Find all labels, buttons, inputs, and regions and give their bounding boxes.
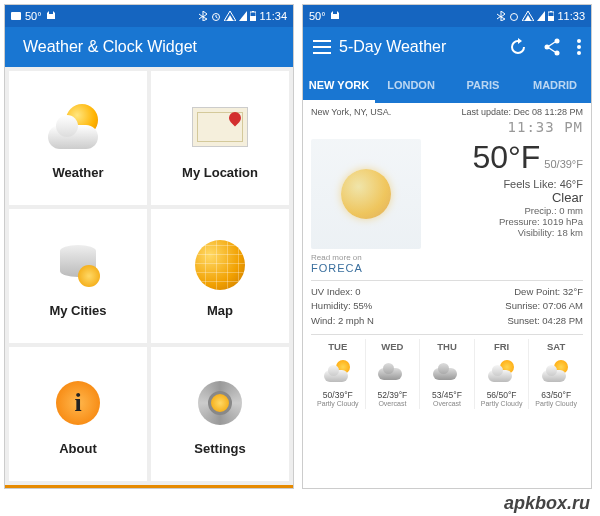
tile-label: My Cities — [49, 303, 106, 318]
tile-label: Settings — [194, 441, 245, 456]
alarm-icon — [211, 11, 221, 21]
screen-main-menu: 50° 11:34 Weather & Clock Widget Weather… — [4, 4, 294, 489]
svg-point-14 — [555, 51, 560, 56]
svg-rect-0 — [11, 12, 21, 20]
svg-point-16 — [577, 45, 581, 49]
world-map-bg — [311, 139, 421, 249]
svg-point-15 — [577, 39, 581, 43]
svg-point-5 — [511, 14, 518, 21]
cloudy-icon — [433, 362, 461, 380]
svg-point-17 — [577, 51, 581, 55]
tile-my-location[interactable]: My Location — [151, 71, 289, 205]
svg-rect-7 — [548, 16, 554, 21]
screen-5day-weather: 50° 11:33 5-Day Weather NEW YORK LONDON … — [302, 4, 592, 489]
svg-rect-3 — [250, 16, 256, 21]
tile-weather[interactable]: Weather — [9, 71, 147, 205]
wifi-icon — [224, 11, 236, 21]
globe-icon — [195, 240, 245, 290]
partly-cloudy-icon — [542, 360, 570, 382]
tab-newyork[interactable]: NEW YORK — [303, 67, 375, 103]
app-title: 5-Day Weather — [339, 38, 509, 56]
tab-london[interactable]: LONDON — [375, 67, 447, 103]
menu-icon[interactable] — [313, 40, 331, 54]
overflow-icon[interactable] — [577, 39, 581, 55]
forecast-day[interactable]: WED 52/39°F Overcast — [366, 339, 421, 409]
uv-index: UV Index: 0 — [311, 285, 374, 299]
details: UV Index: 0 Humidity: 55% Wind: 2 mph N … — [311, 280, 583, 328]
app-bar: 5-Day Weather — [303, 27, 591, 67]
signal-icon — [537, 11, 545, 21]
wind: Wind: 2 mph N — [311, 314, 374, 328]
bluetooth-icon — [199, 11, 208, 21]
sun-icon — [341, 169, 391, 219]
precip: Precip.: 0 mm — [425, 205, 583, 216]
digital-clock: 11:33 PM — [311, 119, 583, 135]
tile-settings[interactable]: Settings — [151, 347, 289, 481]
tile-label: My Location — [182, 165, 258, 180]
tab-madrid[interactable]: MADRID — [519, 67, 591, 103]
partly-cloudy-icon — [488, 360, 516, 382]
wifi-icon — [522, 11, 534, 21]
svg-rect-9 — [313, 40, 331, 42]
alarm-icon — [509, 11, 519, 21]
svg-rect-8 — [550, 11, 552, 12]
signal-icon — [239, 11, 247, 21]
cloudy-icon — [378, 362, 406, 380]
photo-icon — [11, 11, 21, 21]
cat-icon — [46, 11, 56, 21]
tile-label: Map — [207, 303, 233, 318]
watermark: apkbox.ru — [504, 493, 590, 514]
partly-cloudy-icon — [324, 360, 352, 382]
weather-icon — [48, 104, 108, 149]
humidity: Humidity: 55% — [311, 299, 374, 313]
forecast-day[interactable]: SAT 63/50°F Partly Cloudy — [529, 339, 583, 409]
hilo-temp: 50/39°F — [544, 158, 583, 170]
battery-icon — [250, 11, 256, 21]
cat-icon — [330, 11, 340, 21]
status-bar: 50° 11:34 — [5, 5, 293, 27]
feels-like: Feels Like: 46°F — [425, 178, 583, 190]
tile-about[interactable]: i About — [9, 347, 147, 481]
tile-my-cities[interactable]: My Cities — [9, 209, 147, 343]
refresh-icon[interactable] — [509, 38, 527, 56]
forecast-day[interactable]: THU 53/45°F Overcast — [420, 339, 475, 409]
current-temp: 50°F — [472, 139, 540, 175]
tab-paris[interactable]: PARIS — [447, 67, 519, 103]
pressure: Pressure: 1019 hPa — [425, 216, 583, 227]
sunrise: Sunrise: 07:06 AM — [505, 299, 583, 313]
menu-grid: Weather My Location My Cities Map i Abou… — [5, 67, 293, 485]
svg-point-13 — [545, 45, 550, 50]
status-bar: 50° 11:33 — [303, 5, 591, 27]
condition: Clear — [425, 190, 583, 205]
gear-icon — [196, 379, 244, 427]
status-time: 11:33 — [557, 10, 585, 22]
battery-icon — [548, 11, 554, 21]
location-icon — [192, 107, 248, 147]
tile-label: About — [59, 441, 97, 456]
share-icon[interactable] — [543, 38, 561, 56]
sunset: Sunset: 04:28 PM — [505, 314, 583, 328]
forecast-row: TUE 50/39°F Partly Cloudy WED 52/39°F Ov… — [311, 334, 583, 409]
tile-map[interactable]: Map — [151, 209, 289, 343]
tile-label: Weather — [52, 165, 103, 180]
svg-point-12 — [555, 39, 560, 44]
dew-point: Dew Point: 32°F — [505, 285, 583, 299]
status-temp: 50° — [309, 10, 326, 22]
app-title: Weather & Clock Widget — [23, 38, 283, 56]
visibility: Visibility: 18 km — [425, 227, 583, 238]
status-time: 11:34 — [259, 10, 287, 22]
info-icon: i — [56, 381, 100, 425]
forecast-day[interactable]: TUE 50/39°F Partly Cloudy — [311, 339, 366, 409]
status-temp: 50° — [25, 10, 42, 22]
weather-panel: New York, NY, USA. Last update: Dec 08 1… — [303, 103, 591, 489]
foreca-brand[interactable]: FORECA — [311, 262, 583, 274]
forecast-day[interactable]: FRI 56/50°F Partly Cloudy — [475, 339, 530, 409]
cities-icon — [56, 243, 100, 287]
location-text: New York, NY, USA. — [311, 107, 391, 117]
city-tabs: NEW YORK LONDON PARIS MADRID — [303, 67, 591, 103]
svg-rect-10 — [313, 46, 331, 48]
read-more: Read more on — [311, 253, 583, 262]
last-update: Last update: Dec 08 11:28 PM — [461, 107, 583, 117]
svg-rect-11 — [313, 52, 331, 54]
app-bar: Weather & Clock Widget — [5, 27, 293, 67]
